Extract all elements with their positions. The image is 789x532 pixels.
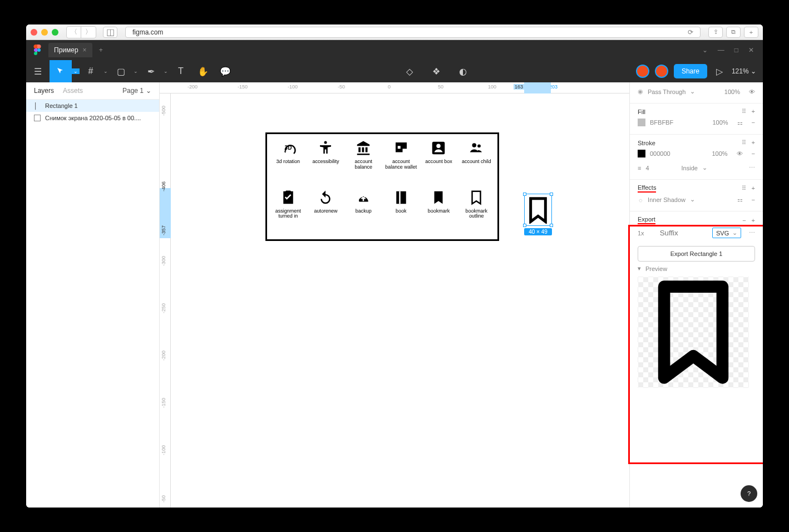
tab-layers[interactable]: Layers: [34, 87, 54, 95]
ruler-top: -200 -150 -100 -50 0 50 100 163 203: [160, 82, 629, 93]
share-browser-button[interactable]: ⇪: [708, 27, 723, 38]
image-icon: [34, 115, 41, 121]
stroke-opacity[interactable]: 100%: [712, 150, 727, 157]
resize-handle[interactable]: [523, 224, 526, 227]
selection-dimensions: 40 × 49: [524, 228, 552, 235]
reload-icon[interactable]: ⟳: [688, 28, 693, 36]
close-app-icon[interactable]: ✕: [748, 46, 754, 54]
back-button[interactable]: 〈: [67, 27, 81, 38]
pages-dropdown[interactable]: Page 1 ⌄: [122, 87, 151, 95]
remove-stroke-icon[interactable]: −: [752, 150, 755, 157]
fill-hex[interactable]: BFBFBF: [650, 119, 673, 126]
move-tool-dropdown[interactable]: ⌄: [72, 68, 80, 74]
eye-icon[interactable]: 👁: [737, 150, 743, 157]
url-bar[interactable]: figma.com ⟳: [125, 27, 701, 38]
effect-settings-icon[interactable]: ☼: [638, 196, 643, 203]
add-fill-icon[interactable]: +: [752, 108, 755, 115]
present-button[interactable]: ▷: [713, 60, 726, 82]
remove-fill-icon[interactable]: −: [752, 119, 755, 126]
figma-logo-icon[interactable]: [26, 45, 48, 56]
components-icon[interactable]: ❖: [425, 60, 447, 82]
frame-tool-dropdown[interactable]: ⌄: [102, 68, 110, 74]
eye-icon[interactable]: 👁: [749, 88, 755, 95]
tab-assets[interactable]: Assets: [63, 87, 83, 95]
svg-point-0: [37, 48, 41, 52]
svg-point-4: [437, 144, 441, 149]
remove-effect-icon[interactable]: −: [752, 196, 755, 203]
blend-mode[interactable]: Pass Through: [648, 88, 686, 95]
hidden-eye-icon[interactable]: ⚏: [737, 196, 743, 203]
fill-opacity[interactable]: 100%: [712, 119, 728, 126]
layer-opacity[interactable]: 100%: [724, 88, 740, 95]
svg-point-5: [472, 143, 477, 147]
file-tab[interactable]: Пример ×: [48, 43, 92, 57]
canvas[interactable]: -200 -150 -100 -50 0 50 100 163 203 -500…: [160, 82, 629, 508]
minimize-app-icon[interactable]: —: [718, 46, 724, 54]
styles-icon[interactable]: ⠿: [742, 185, 746, 192]
resize-handle[interactable]: [550, 224, 553, 227]
mask-icon[interactable]: ◐: [452, 60, 474, 82]
svg-point-6: [477, 144, 481, 147]
close-window-icon[interactable]: [31, 29, 37, 36]
file-tab-name: Пример: [54, 46, 78, 54]
hidden-eye-icon[interactable]: ⚏: [737, 119, 743, 126]
maximize-window-icon[interactable]: [52, 29, 58, 36]
pen-tool[interactable]: ✒: [140, 60, 162, 82]
add-export-icon[interactable]: +: [752, 217, 755, 224]
stroke-align[interactable]: Inside: [682, 165, 698, 171]
layer-item-screenshot[interactable]: Снимок экрана 2020-05-05 в 00....: [26, 112, 159, 124]
avatar-user-2[interactable]: [655, 65, 668, 78]
sidebar-button[interactable]: ◫: [103, 27, 117, 38]
hand-tool[interactable]: ✋: [192, 60, 214, 82]
new-file-tab[interactable]: +: [92, 46, 110, 54]
right-panel: ◉ Pass Through ⌄ 100% 👁 Fill ⠿+ BFBFBF: [629, 82, 763, 508]
stroke-swatch[interactable]: [638, 150, 645, 157]
resize-handle[interactable]: [550, 193, 553, 196]
tabs-button[interactable]: ⧉: [726, 27, 741, 38]
remove-export-icon[interactable]: −: [742, 217, 746, 224]
minimize-window-icon[interactable]: [41, 29, 48, 36]
shape-tool-dropdown[interactable]: ⌄: [132, 68, 140, 74]
browser-chrome: 〈 〉 ◫ figma.com ⟳ ⇪ ⧉ +: [26, 24, 763, 40]
layer-name: Снимок экрана 2020-05-05 в 00....: [45, 115, 141, 121]
layer-item-rectangle[interactable]: │ Rectangle 1: [26, 100, 159, 112]
ruler-left: -500 -406 -357 -300 -250 -200 -150 -100 …: [160, 93, 171, 508]
traffic-lights: [31, 29, 58, 36]
add-effect-icon[interactable]: +: [752, 185, 755, 192]
dropdown-chevron-icon[interactable]: ⌄: [702, 46, 708, 54]
stroke-hex[interactable]: 000000: [650, 150, 670, 157]
new-tab-button[interactable]: +: [744, 27, 758, 38]
shape-tool[interactable]: ▢: [110, 60, 132, 82]
main-menu-button[interactable]: ☰: [26, 60, 50, 82]
move-tool[interactable]: [50, 60, 72, 82]
layer-name: Rectangle 1: [45, 102, 78, 109]
svg-text:3D: 3D: [284, 145, 292, 151]
styles-icon[interactable]: ⠿: [742, 139, 746, 146]
title-bar: Пример × + ⌄ — □ ✕: [26, 40, 763, 60]
fill-swatch[interactable]: [638, 119, 645, 126]
line-icon: │: [34, 102, 41, 109]
edit-object-icon[interactable]: ◇: [398, 60, 421, 82]
comment-tool[interactable]: 💬: [214, 60, 236, 82]
close-tab-icon[interactable]: ×: [83, 46, 87, 54]
help-button[interactable]: ?: [741, 485, 757, 502]
forward-button[interactable]: 〉: [81, 27, 96, 38]
stroke-more-icon[interactable]: ⋯: [749, 164, 755, 171]
frame-tool[interactable]: #: [80, 60, 102, 82]
stroke-width[interactable]: 4: [645, 165, 649, 171]
annotation-highlight: [628, 225, 763, 464]
avatar-user-1[interactable]: [636, 65, 649, 78]
pen-tool-dropdown[interactable]: ⌄: [162, 68, 170, 74]
canvas-selection[interactable]: 40 × 49: [524, 194, 552, 233]
maximize-app-icon[interactable]: □: [734, 46, 738, 54]
zoom-display[interactable]: 121% ⌄: [732, 67, 756, 75]
icon-sheet-image: 3D3d rotation accessibility account bala…: [265, 132, 499, 241]
styles-icon[interactable]: ⠿: [742, 108, 746, 115]
add-stroke-icon[interactable]: +: [752, 139, 755, 146]
effect-type[interactable]: Inner Shadow: [648, 196, 686, 203]
text-tool[interactable]: T: [170, 60, 192, 82]
nav-arrows: 〈 〉: [66, 26, 96, 38]
share-button[interactable]: Share: [674, 64, 707, 78]
svg-point-2: [324, 141, 327, 144]
resize-handle[interactable]: [523, 193, 526, 196]
